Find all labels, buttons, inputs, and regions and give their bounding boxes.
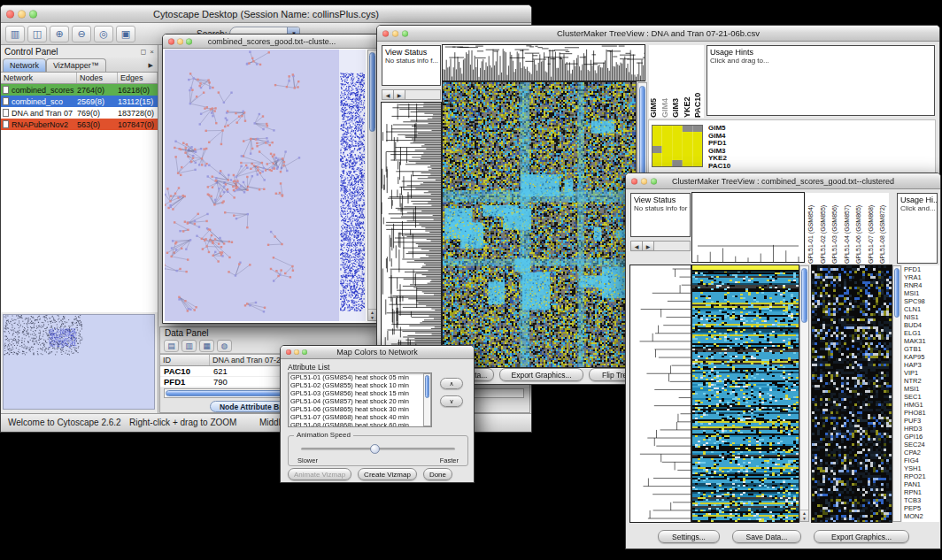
minimize-button[interactable] [294, 349, 299, 355]
window-titlebar[interactable]: ClusterMaker TreeView : combined_scores_… [626, 173, 940, 189]
network-overview-canvas[interactable] [3, 314, 155, 410]
minimize-button[interactable] [641, 178, 647, 184]
scrollbar-thumb[interactable] [801, 268, 807, 323]
minimize-button[interactable] [392, 30, 398, 36]
gene-label: TCB3 [902, 496, 939, 504]
button-done[interactable]: Done [423, 468, 452, 480]
window-titlebar[interactable]: Cytoscape Desktop (Session Name: collins… [1, 5, 531, 23]
close-button[interactable] [631, 178, 637, 184]
gene-label: KAP95 [902, 353, 939, 361]
zoom-button[interactable] [29, 10, 37, 18]
zoom-in-button[interactable]: ⊕ [50, 26, 69, 42]
horizontal-scrollbar[interactable]: ◀ ▶ [630, 241, 691, 251]
close-panel-icon[interactable]: × [150, 48, 154, 56]
network-row[interactable]: DNA and Tran 07769(0)183728(0) [1, 107, 158, 119]
attribute-list-label: Attribute List [288, 363, 329, 372]
network-canvas[interactable] [165, 50, 366, 321]
gene-label: MON2 [902, 512, 939, 520]
window-titlebar[interactable]: Map Colors to Network [281, 346, 474, 359]
zoom-selected-button[interactable]: ▣ [116, 26, 135, 42]
move-up-button[interactable]: ∧ [440, 378, 463, 389]
attribute-item[interactable]: GPL51-02 (GSM855) heat shock 10 min [289, 381, 423, 389]
network-name: DNA and Tran 07 [12, 109, 77, 118]
window-title: ClusterMaker TreeView : combined_scores_… [626, 173, 940, 188]
tab-network[interactable]: Network [3, 58, 46, 72]
matrix-button[interactable]: ▦ [199, 340, 214, 352]
column-dendrogram-canvas[interactable] [443, 45, 645, 81]
database-button[interactable]: ◍ [217, 340, 232, 352]
button-settings[interactable]: Settings... [658, 530, 720, 543]
node-count: 563(0) [77, 120, 118, 129]
heatmap-canvas[interactable] [443, 82, 636, 367]
attribute-item[interactable]: GPL51-03 (GSM856) heat shock 15 min [289, 389, 423, 397]
arrow-left-icon[interactable]: ◀ [382, 90, 394, 99]
speed-slider-thumb[interactable] [370, 444, 380, 454]
arrow-right-icon[interactable]: ▶ [394, 90, 405, 99]
open-session-button[interactable]: ▥ [5, 26, 25, 42]
network-row[interactable]: combined_scores2764(0)16218(0) [1, 84, 158, 96]
minimize-button[interactable] [177, 38, 183, 44]
select-columns-button[interactable]: ▥ [181, 340, 197, 352]
column-header-id[interactable]: ID [160, 355, 210, 365]
attribute-item[interactable]: GPL51-07 (GSM868) heat shock 40 min [289, 413, 423, 421]
vertical-scrollbar[interactable] [423, 373, 431, 426]
select-attributes-button[interactable]: ▤ [164, 340, 179, 352]
arrow-down-icon[interactable]: ▼ [802, 516, 807, 521]
close-button[interactable] [168, 38, 174, 44]
save-session-button[interactable]: ◫ [27, 26, 47, 42]
attribute-item[interactable]: GPL51-08 (GSM868) heat shock 60 min [289, 421, 423, 427]
close-button[interactable] [6, 10, 14, 18]
tab-vizmapper[interactable]: VizMapper™ [46, 58, 106, 72]
attribute-item[interactable]: GPL51-06 (GSM865) heat shock 30 min [289, 405, 423, 413]
zoom-matrix-canvas[interactable] [652, 125, 703, 167]
scrollbar-thumb[interactable] [369, 52, 375, 132]
button-export-graphics[interactable]: Export Graphics... [499, 368, 583, 381]
horizontal-scrollbar[interactable]: ◀ ▶ [382, 89, 441, 100]
more-tabs-icon[interactable]: ▶ [149, 62, 156, 72]
close-button[interactable] [382, 30, 389, 36]
button-create-vizmap[interactable]: Create Vizmap [358, 468, 417, 480]
zoom-out-button[interactable]: ⊖ [72, 26, 91, 42]
arrow-down-icon[interactable]: ▼ [370, 315, 374, 320]
column-dendrogram-canvas[interactable] [692, 193, 804, 262]
button-save-data[interactable]: Save Data... [732, 530, 801, 543]
scrollbar-thumb[interactable] [425, 375, 429, 398]
network-row[interactable]: RNAPuberNov2563(0)107847(0) [1, 119, 158, 130]
scrollbar-arrows[interactable]: ▲▼ [800, 510, 808, 521]
zoom-button[interactable] [302, 349, 307, 355]
network-name: combined_sco [12, 97, 77, 106]
vertical-scrollbar[interactable]: ▲▼ [799, 265, 809, 522]
arrow-right-icon[interactable]: ▶ [643, 242, 654, 250]
gene-label: VIP1 [902, 369, 939, 377]
column-header-network[interactable]: Network [1, 73, 77, 83]
column-header-nodes[interactable]: Nodes [77, 73, 118, 83]
network-row[interactable]: combined_sco2569(8)13112(15) [1, 96, 158, 107]
attribute-item[interactable]: GPL51-04 (GSM857) heat shock 20 min [289, 397, 423, 405]
zoom-button[interactable] [402, 30, 408, 36]
window-titlebar[interactable]: combined_scores_good.txt--cluste... [163, 35, 381, 49]
attribute-listbox[interactable]: GPL51-01 (GSM854) heat shock 05 minGPL51… [288, 372, 432, 427]
edge-count: 107847(0) [118, 120, 158, 129]
scrollbar-arrows[interactable]: ▲▼ [368, 309, 376, 320]
column-header-edges[interactable]: Edges [118, 73, 158, 83]
minimize-button[interactable] [18, 10, 26, 18]
close-button[interactable] [286, 349, 291, 355]
zoom-button[interactable] [651, 178, 657, 184]
gene-label: ELG1 [902, 329, 939, 337]
row-dendrogram-canvas[interactable] [382, 103, 441, 368]
arrow-left-icon[interactable]: ◀ [631, 242, 643, 250]
gene-label: PFD1 [902, 265, 939, 273]
attribute-item[interactable]: GPL51-01 (GSM854) heat shock 05 min [289, 373, 423, 381]
float-panel-icon[interactable]: ◻ [141, 48, 147, 56]
zoom-button[interactable] [186, 38, 192, 44]
scrollbar-thumb[interactable] [894, 268, 900, 318]
window-titlebar[interactable]: ClusterMaker TreeView : DNA and Tran 07-… [377, 26, 939, 42]
zoom-fit-button[interactable]: ◎ [94, 26, 113, 42]
move-down-button[interactable]: ∨ [440, 395, 463, 407]
button-export-graphics[interactable]: Export Graphics... [814, 530, 909, 543]
zoom-heatmap-canvas[interactable] [812, 265, 892, 522]
vertical-scrollbar[interactable] [892, 265, 901, 522]
row-dendrogram-canvas[interactable] [630, 265, 691, 522]
select-attributes-icon: ▤ [167, 341, 175, 350]
heatmap-canvas[interactable] [692, 265, 799, 522]
